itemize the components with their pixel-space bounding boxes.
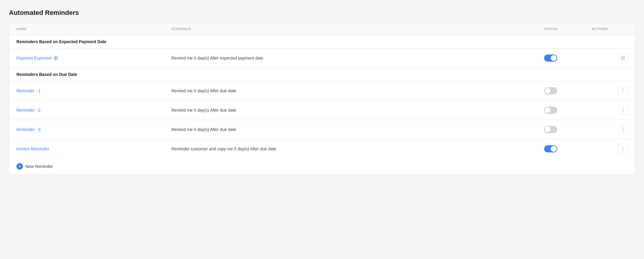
- row-name[interactable]: Reminder - 1: [16, 88, 171, 93]
- row-name[interactable]: Invoice-Reminder: [16, 146, 171, 151]
- svg-point-9: [623, 147, 623, 148]
- status-cell: [544, 107, 592, 114]
- add-reminder-label: New Reminder: [25, 164, 53, 169]
- svg-point-11: [623, 150, 623, 151]
- more-actions-button[interactable]: [618, 105, 628, 115]
- table-header: NAME SCHEDULE STATUS ACTIONS: [9, 23, 635, 35]
- svg-point-7: [623, 129, 623, 130]
- toggle-switch[interactable]: [544, 107, 557, 114]
- section-label-0: Reminders Based on Expected Payment Date: [16, 39, 628, 44]
- status-cell: [544, 87, 592, 94]
- svg-point-6: [623, 127, 623, 128]
- section-label-1: Reminders Based on Due Date: [16, 72, 628, 77]
- schedule-text: Reminder customer and copy me 5 day(s) A…: [171, 146, 544, 151]
- table-body: Reminders Based on Expected Payment Date…: [9, 35, 635, 158]
- more-actions-button[interactable]: [618, 86, 628, 96]
- status-cell: [544, 54, 592, 62]
- col-name: NAME: [16, 27, 171, 31]
- svg-point-1: [623, 91, 623, 91]
- svg-point-10: [623, 149, 623, 149]
- table-row: Invoice-ReminderReminder customer and co…: [9, 139, 635, 158]
- svg-point-2: [623, 92, 623, 93]
- col-actions: ACTIONS: [592, 27, 628, 31]
- table-row: Reminder - 2Remind me 0 day(s) After due…: [9, 101, 635, 120]
- actions-cell: [592, 105, 628, 115]
- edit-button[interactable]: [618, 53, 628, 63]
- table-row: Payment ExpectediRemind me 0 day(s) Afte…: [9, 49, 635, 68]
- actions-cell: [592, 53, 628, 63]
- more-actions-button[interactable]: [618, 125, 628, 134]
- status-cell: [544, 145, 592, 152]
- toggle-thumb: [545, 88, 551, 94]
- page-title: Automated Reminders: [9, 9, 635, 17]
- svg-point-4: [623, 110, 623, 111]
- section-row-0: Reminders Based on Expected Payment Date: [9, 35, 635, 49]
- toggle-switch[interactable]: [544, 126, 557, 133]
- schedule-text: Remind me 0 day(s) After due date: [171, 108, 544, 113]
- svg-point-8: [623, 131, 623, 132]
- actions-cell: [592, 144, 628, 154]
- more-actions-button[interactable]: [618, 144, 628, 154]
- toggle-switch[interactable]: [544, 145, 557, 152]
- svg-point-5: [623, 112, 623, 113]
- toggle-thumb: [551, 146, 557, 152]
- info-icon[interactable]: i: [53, 56, 58, 60]
- status-cell: [544, 126, 592, 133]
- actions-cell: [592, 125, 628, 134]
- schedule-text: Remind me 0 day(s) After due date: [171, 88, 544, 93]
- row-name[interactable]: Reminder - 2: [16, 108, 171, 113]
- row-name[interactable]: Payment Expectedi: [16, 56, 171, 60]
- toggle-thumb: [551, 55, 557, 61]
- schedule-text: Remind me 0 day(s) After due date: [171, 127, 544, 132]
- col-status: STATUS: [544, 27, 592, 31]
- toggle-switch[interactable]: [544, 87, 557, 94]
- toggle-thumb: [545, 107, 551, 113]
- svg-point-3: [623, 108, 623, 109]
- table-row: Reminder - 3Remind me 0 day(s) After due…: [9, 120, 635, 139]
- col-schedule: SCHEDULE: [171, 27, 544, 31]
- row-name[interactable]: Reminder - 3: [16, 127, 171, 132]
- automated-reminders-card: NAME SCHEDULE STATUS ACTIONS Reminders B…: [9, 23, 635, 175]
- add-reminder-row[interactable]: + New Reminder: [9, 158, 635, 174]
- toggle-thumb: [545, 127, 551, 132]
- actions-cell: [592, 86, 628, 96]
- svg-point-0: [623, 89, 623, 90]
- table-row: Reminder - 1Remind me 0 day(s) After due…: [9, 81, 635, 101]
- schedule-text: Remind me 0 day(s) After expected paymen…: [171, 56, 544, 60]
- toggle-switch[interactable]: [544, 54, 557, 62]
- section-row-1: Reminders Based on Due Date: [9, 68, 635, 81]
- add-icon: +: [16, 163, 23, 170]
